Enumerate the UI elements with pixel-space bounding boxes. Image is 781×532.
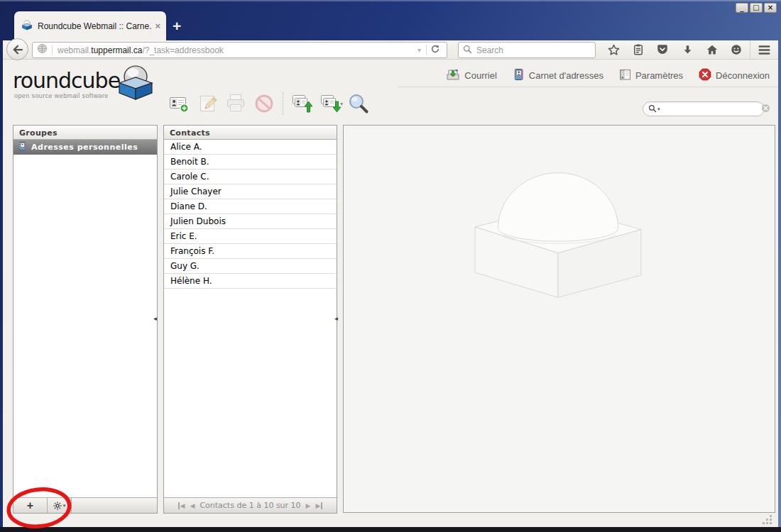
contact-row[interactable]: Carole C. (164, 170, 337, 184)
download-icon[interactable] (675, 40, 700, 59)
hamburger-menu-icon[interactable] (750, 40, 778, 59)
reload-icon[interactable] (427, 44, 444, 57)
globe-icon[interactable] (37, 43, 48, 57)
browser-navbar: webmail.tuppermail.ca/?_task=addressbook… (3, 40, 778, 60)
taskbar-logout[interactable]: Déconnexion (699, 68, 770, 83)
contact-name: François F. (164, 246, 214, 256)
app-taskbar: Courriel Carnet d'adr (446, 68, 770, 83)
pocket-icon[interactable] (650, 40, 675, 59)
logo-cube-icon (115, 64, 156, 104)
url-bar[interactable]: webmail.tuppermail.ca/?_task=addressbook… (32, 42, 447, 58)
last-page-icon[interactable]: ▶ (316, 502, 323, 509)
group-row-personal-addresses[interactable]: Adresses personnelles (13, 140, 157, 155)
mail-icon (446, 68, 460, 83)
contacts-splitter-handle[interactable]: ◄ (332, 315, 340, 323)
first-page-icon[interactable]: ◀ (178, 502, 185, 509)
pagination-label: Contacts de 1 à 10 sur 10 (200, 501, 300, 510)
quicksearch-input[interactable] (660, 105, 761, 113)
window-bottom-frame (0, 527, 781, 532)
bookmarks-clipboard-icon[interactable] (626, 40, 651, 59)
quicksearch-icon[interactable] (648, 103, 657, 116)
delete-contact-button[interactable] (250, 93, 278, 114)
contact-preview-panel (343, 125, 775, 513)
export-dropdown-icon[interactable]: ▾ (340, 101, 343, 107)
contact-row[interactable]: Diane D. (164, 199, 337, 214)
contact-name: Benoit B. (164, 157, 209, 167)
print-button[interactable] (222, 93, 250, 114)
bookmark-star-icon[interactable] (601, 40, 626, 59)
contacts-toolbar: ▾ (165, 91, 373, 116)
import-contacts-button[interactable] (288, 93, 316, 114)
contact-name: Eric E. (164, 231, 197, 241)
contact-name: Julie Chayer (164, 187, 222, 196)
roundcube-watermark (466, 137, 650, 300)
prev-page-icon[interactable]: ◀ (190, 502, 195, 509)
feedback-smiley-icon[interactable] (724, 40, 749, 59)
taskbar-logout-label: Déconnexion (716, 70, 770, 81)
taskbar-settings-label: Paramètres (635, 70, 683, 81)
browser-tab[interactable]: Roundcube Webmail :: Carne... × (14, 11, 166, 40)
annotation-circle (4, 486, 76, 531)
new-tab-button[interactable]: + (173, 18, 181, 35)
contacts-footer: ◀ ◀ Contacts de 1 à 10 sur 10 ▶ ▶ (164, 497, 337, 513)
contacts-panel: Contacts Alice A. Benoit B. Carole C. (163, 125, 337, 514)
browser-search-input[interactable] (476, 45, 591, 55)
contact-list: Alice A. Benoit B. Carole C. Julie Chaye… (164, 140, 337, 289)
toolbar-icon-strip (601, 40, 778, 59)
url-divider (52, 45, 53, 55)
taskbar-addressbook[interactable]: Carnet d'adresses (513, 68, 604, 83)
contact-row[interactable]: Eric E. (164, 229, 337, 244)
contact-row[interactable]: Benoit B. (164, 155, 337, 170)
browser-window: _ □ × Roundcube Webmail :: Carne... × + (0, 0, 781, 532)
minimize-button[interactable]: _ (736, 3, 748, 13)
contact-row[interactable]: François F. (164, 244, 337, 259)
logo-text: roundcube (13, 68, 120, 93)
groups-splitter-handle[interactable]: ◄ (151, 315, 159, 323)
taskbar-addressbook-label: Carnet d'adresses (529, 70, 604, 81)
search-icon (463, 44, 472, 57)
url-dropdown-icon[interactable]: ▾ (413, 46, 426, 54)
add-contact-button[interactable] (165, 93, 193, 114)
quicksearch-clear-icon[interactable] (761, 103, 770, 116)
groups-header: Groupes (13, 126, 157, 140)
maximize-button[interactable]: □ (750, 3, 763, 13)
contacts-header: Contacts (164, 126, 337, 140)
taskbar-mail-label: Courriel (464, 70, 497, 81)
next-page-icon[interactable]: ▶ (306, 502, 311, 509)
contact-row[interactable]: Alice A. (164, 140, 337, 155)
contact-row[interactable]: Hélène H. (164, 274, 337, 289)
logout-icon (699, 68, 711, 83)
favicon-roundcube-icon (21, 19, 33, 33)
window-controls: _ □ × (736, 3, 777, 13)
tab-close-icon[interactable]: × (155, 21, 160, 31)
advanced-search-button[interactable] (344, 92, 373, 115)
contact-row[interactable]: Guy G. (164, 259, 337, 274)
edit-contact-button[interactable] (193, 94, 222, 113)
addressbook-icon (513, 68, 525, 83)
resize-grip[interactable] (761, 515, 772, 525)
home-icon[interactable] (699, 40, 724, 59)
group-label: Adresses personnelles (31, 143, 138, 152)
toolbar-separator (283, 92, 283, 115)
pagination: ◀ ◀ Contacts de 1 à 10 sur 10 ▶ ▶ (164, 498, 337, 513)
contact-name: Hélène H. (164, 276, 212, 286)
logo-tagline: open source webmail software (14, 92, 109, 99)
taskbar-settings[interactable]: Paramètres (619, 69, 683, 83)
back-button[interactable] (6, 38, 28, 60)
taskbar-mail[interactable]: Courriel (446, 68, 497, 83)
url-text[interactable]: webmail.tuppermail.ca/?_task=addressbook (58, 45, 413, 55)
settings-icon (619, 69, 631, 83)
close-button[interactable]: × (764, 3, 777, 13)
contact-row[interactable]: Julien Dubois (164, 214, 337, 229)
contact-name: Guy G. (164, 261, 200, 271)
back-arrow-icon (11, 43, 24, 56)
contact-name: Alice A. (164, 142, 202, 152)
browser-search-bar[interactable] (458, 42, 596, 58)
contact-row[interactable]: Julie Chayer (164, 184, 337, 199)
contact-name: Diane D. (164, 201, 207, 211)
contacts-search-box[interactable]: ▾ (643, 101, 765, 116)
roundcube-logo: roundcube open source webmail software (11, 64, 168, 105)
taskbar-divider (398, 87, 778, 87)
contact-name: Carole C. (164, 172, 209, 182)
tab-title: Roundcube Webmail :: Carne... (38, 21, 152, 31)
